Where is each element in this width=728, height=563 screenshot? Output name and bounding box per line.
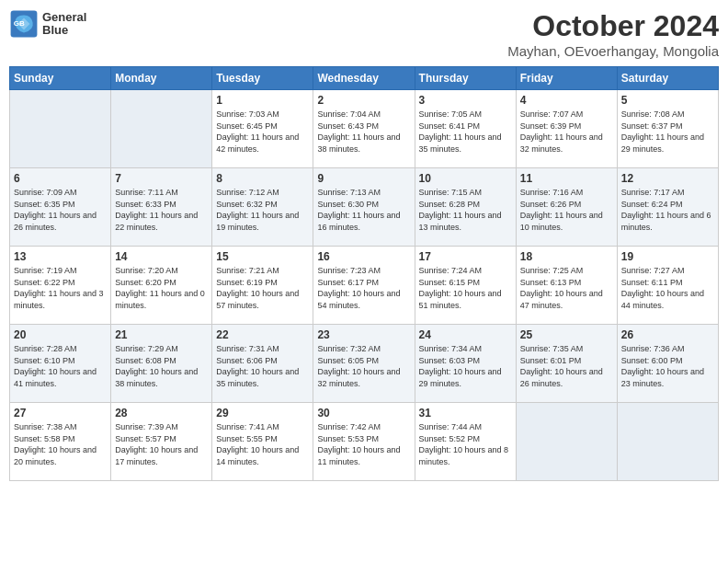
day-info: Sunrise: 7:36 AMSunset: 6:00 PMDaylight:… xyxy=(621,343,714,389)
calendar-week-row: 6Sunrise: 7:09 AMSunset: 6:35 PMDaylight… xyxy=(10,168,719,247)
calendar-table: SundayMondayTuesdayWednesdayThursdayFrid… xyxy=(9,66,719,481)
day-info: Sunrise: 7:34 AMSunset: 6:03 PMDaylight:… xyxy=(419,343,512,389)
day-info: Sunrise: 7:21 AMSunset: 6:19 PMDaylight:… xyxy=(216,265,309,311)
day-number: 18 xyxy=(520,250,613,263)
calendar-cell: 4Sunrise: 7:07 AMSunset: 6:39 PMDaylight… xyxy=(516,90,617,168)
calendar-cell: 7Sunrise: 7:11 AMSunset: 6:33 PMDaylight… xyxy=(111,168,212,247)
calendar-cell: 20Sunrise: 7:28 AMSunset: 6:10 PMDayligh… xyxy=(10,325,111,403)
day-info: Sunrise: 7:38 AMSunset: 5:58 PMDaylight:… xyxy=(14,421,107,467)
calendar-cell: 9Sunrise: 7:13 AMSunset: 6:30 PMDaylight… xyxy=(313,168,415,247)
day-number: 20 xyxy=(14,328,107,341)
day-info: Sunrise: 7:44 AMSunset: 5:52 PMDaylight:… xyxy=(419,421,512,467)
calendar-cell: 23Sunrise: 7:32 AMSunset: 6:05 PMDayligh… xyxy=(313,325,415,403)
day-number: 11 xyxy=(520,172,613,185)
day-info: Sunrise: 7:03 AMSunset: 6:45 PMDaylight:… xyxy=(216,109,309,155)
day-info: Sunrise: 7:15 AMSunset: 6:28 PMDaylight:… xyxy=(419,187,512,233)
calendar-cell: 5Sunrise: 7:08 AMSunset: 6:37 PMDaylight… xyxy=(617,90,718,168)
day-info: Sunrise: 7:29 AMSunset: 6:08 PMDaylight:… xyxy=(115,343,208,389)
day-number: 12 xyxy=(621,172,714,185)
weekday-header: Monday xyxy=(111,67,212,90)
day-info: Sunrise: 7:39 AMSunset: 5:57 PMDaylight:… xyxy=(115,421,208,467)
day-number: 19 xyxy=(621,250,714,263)
day-number: 30 xyxy=(317,407,410,419)
weekday-header: Wednesday xyxy=(313,67,415,90)
day-info: Sunrise: 7:16 AMSunset: 6:26 PMDaylight:… xyxy=(520,187,613,233)
calendar-cell: 17Sunrise: 7:24 AMSunset: 6:15 PMDayligh… xyxy=(415,247,516,325)
location-subtitle: Mayhan, OEvoerhangay, Mongolia xyxy=(507,43,719,59)
day-number: 27 xyxy=(14,407,107,419)
weekday-header: Tuesday xyxy=(212,67,313,90)
day-number: 5 xyxy=(621,94,714,107)
day-number: 14 xyxy=(115,250,208,263)
calendar-cell: 15Sunrise: 7:21 AMSunset: 6:19 PMDayligh… xyxy=(212,247,313,325)
calendar-cell xyxy=(111,90,212,168)
day-info: Sunrise: 7:20 AMSunset: 6:20 PMDaylight:… xyxy=(115,265,208,311)
logo: GB General Blue xyxy=(9,9,86,39)
calendar-cell xyxy=(10,90,111,168)
day-number: 24 xyxy=(419,328,512,341)
calendar-cell: 11Sunrise: 7:16 AMSunset: 6:26 PMDayligh… xyxy=(516,168,617,247)
day-number: 25 xyxy=(520,328,613,341)
day-info: Sunrise: 7:35 AMSunset: 6:01 PMDaylight:… xyxy=(520,343,613,389)
calendar-cell: 31Sunrise: 7:44 AMSunset: 5:52 PMDayligh… xyxy=(415,403,516,481)
day-number: 17 xyxy=(419,250,512,263)
calendar-week-row: 1Sunrise: 7:03 AMSunset: 6:45 PMDaylight… xyxy=(10,90,719,168)
day-info: Sunrise: 7:19 AMSunset: 6:22 PMDaylight:… xyxy=(14,265,107,311)
day-info: Sunrise: 7:12 AMSunset: 6:32 PMDaylight:… xyxy=(216,187,309,233)
calendar-cell: 10Sunrise: 7:15 AMSunset: 6:28 PMDayligh… xyxy=(415,168,516,247)
calendar-cell: 30Sunrise: 7:42 AMSunset: 5:53 PMDayligh… xyxy=(313,403,415,481)
day-info: Sunrise: 7:42 AMSunset: 5:53 PMDaylight:… xyxy=(317,421,410,467)
calendar-week-row: 13Sunrise: 7:19 AMSunset: 6:22 PMDayligh… xyxy=(10,247,719,325)
month-title: October 2024 xyxy=(507,9,719,43)
day-info: Sunrise: 7:24 AMSunset: 6:15 PMDaylight:… xyxy=(419,265,512,311)
day-number: 16 xyxy=(317,250,410,263)
day-info: Sunrise: 7:32 AMSunset: 6:05 PMDaylight:… xyxy=(317,343,410,389)
day-number: 28 xyxy=(115,407,208,419)
day-number: 2 xyxy=(317,94,410,107)
calendar-cell: 27Sunrise: 7:38 AMSunset: 5:58 PMDayligh… xyxy=(10,403,111,481)
weekday-header: Saturday xyxy=(617,67,718,90)
day-number: 22 xyxy=(216,328,309,341)
weekday-header: Thursday xyxy=(415,67,516,90)
day-info: Sunrise: 7:41 AMSunset: 5:55 PMDaylight:… xyxy=(216,421,309,467)
calendar-cell: 25Sunrise: 7:35 AMSunset: 6:01 PMDayligh… xyxy=(516,325,617,403)
calendar-body: 1Sunrise: 7:03 AMSunset: 6:45 PMDaylight… xyxy=(10,90,719,481)
day-number: 6 xyxy=(14,172,107,185)
day-number: 3 xyxy=(419,94,512,107)
day-info: Sunrise: 7:04 AMSunset: 6:43 PMDaylight:… xyxy=(317,109,410,155)
day-info: Sunrise: 7:23 AMSunset: 6:17 PMDaylight:… xyxy=(317,265,410,311)
day-info: Sunrise: 7:28 AMSunset: 6:10 PMDaylight:… xyxy=(14,343,107,389)
page-header: GB General Blue October 2024 Mayhan, OEv… xyxy=(9,9,719,59)
day-number: 13 xyxy=(14,250,107,263)
calendar-cell xyxy=(516,403,617,481)
calendar-week-row: 27Sunrise: 7:38 AMSunset: 5:58 PMDayligh… xyxy=(10,403,719,481)
calendar-cell: 3Sunrise: 7:05 AMSunset: 6:41 PMDaylight… xyxy=(415,90,516,168)
calendar-cell xyxy=(617,403,718,481)
day-info: Sunrise: 7:17 AMSunset: 6:24 PMDaylight:… xyxy=(621,187,714,233)
calendar-cell: 8Sunrise: 7:12 AMSunset: 6:32 PMDaylight… xyxy=(212,168,313,247)
weekday-header: Sunday xyxy=(10,67,111,90)
day-info: Sunrise: 7:27 AMSunset: 6:11 PMDaylight:… xyxy=(621,265,714,311)
calendar-cell: 19Sunrise: 7:27 AMSunset: 6:11 PMDayligh… xyxy=(617,247,718,325)
calendar-cell: 2Sunrise: 7:04 AMSunset: 6:43 PMDaylight… xyxy=(313,90,415,168)
day-number: 8 xyxy=(216,172,309,185)
day-number: 10 xyxy=(419,172,512,185)
day-number: 1 xyxy=(216,94,309,107)
day-info: Sunrise: 7:09 AMSunset: 6:35 PMDaylight:… xyxy=(14,187,107,233)
day-number: 21 xyxy=(115,328,208,341)
calendar-cell: 14Sunrise: 7:20 AMSunset: 6:20 PMDayligh… xyxy=(111,247,212,325)
calendar-cell: 28Sunrise: 7:39 AMSunset: 5:57 PMDayligh… xyxy=(111,403,212,481)
day-number: 15 xyxy=(216,250,309,263)
day-info: Sunrise: 7:05 AMSunset: 6:41 PMDaylight:… xyxy=(419,109,512,155)
calendar-cell: 13Sunrise: 7:19 AMSunset: 6:22 PMDayligh… xyxy=(10,247,111,325)
day-info: Sunrise: 7:11 AMSunset: 6:33 PMDaylight:… xyxy=(115,187,208,233)
calendar-header-row: SundayMondayTuesdayWednesdayThursdayFrid… xyxy=(10,67,719,90)
calendar-cell: 29Sunrise: 7:41 AMSunset: 5:55 PMDayligh… xyxy=(212,403,313,481)
weekday-header: Friday xyxy=(516,67,617,90)
calendar-cell: 18Sunrise: 7:25 AMSunset: 6:13 PMDayligh… xyxy=(516,247,617,325)
logo-line2: Blue xyxy=(42,24,86,37)
calendar-cell: 24Sunrise: 7:34 AMSunset: 6:03 PMDayligh… xyxy=(415,325,516,403)
logo-icon: GB xyxy=(9,9,39,39)
calendar-cell: 6Sunrise: 7:09 AMSunset: 6:35 PMDaylight… xyxy=(10,168,111,247)
day-number: 4 xyxy=(520,94,613,107)
